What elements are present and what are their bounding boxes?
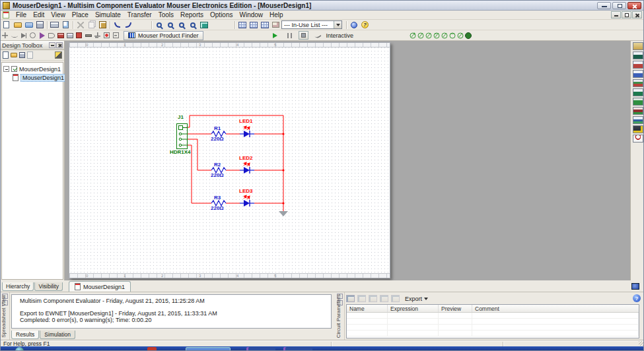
power-component-icon[interactable] (93, 32, 102, 40)
instrument-icon-iv-analyzer[interactable] (633, 125, 643, 133)
tab-visibility[interactable]: Visibility (34, 282, 63, 291)
menu-help[interactable]: Help (266, 11, 287, 19)
menu-options[interactable]: Options (207, 11, 236, 19)
new-schematic-icon[interactable] (3, 51, 9, 59)
run-simulation-button[interactable] (269, 31, 281, 40)
menu-edit[interactable]: Edit (30, 11, 48, 19)
table-row[interactable] (347, 325, 639, 331)
results-log[interactable]: Multisim Component Evaluator - Friday, A… (11, 294, 332, 329)
led2-symbol[interactable] (240, 162, 254, 174)
move-down-icon[interactable] (380, 295, 388, 302)
mdi-restore-button[interactable] (622, 11, 631, 18)
fullscreen-icon[interactable] (198, 20, 209, 30)
tree-child-item[interactable]: MouserDesign1 (3, 73, 61, 82)
tab-hierarchy[interactable]: Hierarchy (2, 282, 34, 291)
resistor-ref-label[interactable]: R2 (214, 162, 221, 168)
basic-component-icon[interactable] (10, 32, 18, 40)
instrument-icon-logic-analyzer[interactable] (633, 116, 643, 124)
menu-reports[interactable]: Reports (177, 11, 207, 19)
help-icon[interactable]: ? (633, 294, 641, 302)
connector-j1-symbol[interactable] (177, 124, 188, 149)
circuit-drawing[interactable] (69, 43, 391, 279)
remove-parameter-icon[interactable] (357, 295, 366, 302)
instrument-icon-multimeter[interactable] (633, 42, 643, 50)
parameters-table[interactable]: Name Expression Preview Comment (346, 304, 639, 338)
save-schematic-icon[interactable] (19, 52, 25, 58)
schematic-workspace[interactable]: 0 1 2 3 4 5 0 1 2 3 4 5 (65, 41, 630, 280)
undo-icon[interactable] (112, 20, 123, 30)
resize-grip[interactable] (639, 341, 644, 346)
stop-simulation-button[interactable] (299, 31, 308, 40)
tree-root-item[interactable]: MouserDesign1 (3, 65, 61, 73)
interactive-icon[interactable] (312, 31, 323, 40)
led-ref-label[interactable]: LED2 (239, 155, 252, 161)
new-icon[interactable] (1, 20, 12, 30)
zoom-area-icon[interactable] (176, 20, 187, 30)
analog-component-icon[interactable] (38, 32, 46, 40)
menu-transfer[interactable]: Transfer (124, 11, 155, 19)
zoom-in-icon[interactable] (153, 20, 164, 30)
open-schematic-icon[interactable] (11, 53, 17, 57)
resistor-ref-label[interactable]: R3 (214, 195, 221, 201)
led3-symbol[interactable] (240, 195, 254, 207)
print-icon[interactable] (49, 20, 60, 30)
menu-view[interactable]: View (48, 11, 69, 19)
add-parameter-icon[interactable] (346, 295, 355, 302)
mdi-close-button[interactable] (632, 11, 642, 18)
toggle-spreadsheet-icon[interactable] (248, 20, 259, 30)
probe-icons[interactable] (409, 31, 475, 40)
resistor-ref-label[interactable]: R1 (214, 125, 221, 131)
source-component-icon[interactable] (1, 32, 9, 40)
document-icon[interactable] (3, 11, 9, 18)
column-preview[interactable]: Preview (439, 305, 472, 312)
taskbar-item[interactable] (283, 347, 312, 351)
open-design-icon[interactable] (23, 20, 34, 30)
schematic-sheet[interactable]: 0 1 2 3 4 5 0 1 2 3 4 5 (69, 42, 390, 278)
paste-icon[interactable] (97, 20, 108, 30)
instrument-icon-current-clamp[interactable] (633, 135, 643, 143)
tree-child-label[interactable]: MouserDesign1 (20, 74, 66, 82)
mdi-minimize-button[interactable] (611, 11, 621, 18)
table-row[interactable] (347, 331, 639, 336)
cmos-component-icon[interactable] (56, 32, 65, 40)
help-icon[interactable]: ? (359, 20, 371, 30)
diode-component-icon[interactable] (19, 32, 28, 40)
transistor-component-icon[interactable] (28, 32, 37, 40)
instrument-icon-function-generator[interactable] (633, 51, 643, 59)
resistor-value-label[interactable]: 220Ω (211, 136, 224, 142)
column-comment[interactable]: Comment (472, 305, 639, 312)
minimize-button[interactable] (597, 2, 611, 9)
zoom-fit-icon[interactable] (187, 20, 198, 30)
table-row[interactable] (347, 319, 639, 325)
resistor-value-label[interactable]: 220Ω (211, 172, 224, 178)
tab-scroll-icon[interactable] (631, 283, 639, 290)
print-preview-icon[interactable] (60, 20, 71, 30)
led-ref-label[interactable]: LED1 (239, 118, 252, 124)
toggle-grid-icon[interactable] (236, 20, 248, 30)
menu-place[interactable]: Place (69, 11, 92, 19)
mixed-component-icon[interactable] (75, 32, 83, 40)
move-up-icon[interactable] (369, 295, 377, 302)
indicator-component-icon[interactable] (84, 32, 92, 40)
menu-window[interactable]: Window (236, 11, 267, 19)
panel-close-icon[interactable] (56, 42, 63, 48)
save-icon[interactable] (34, 20, 46, 30)
close-button[interactable] (627, 2, 641, 9)
cut-icon[interactable] (75, 20, 86, 30)
tree-collapse-icon[interactable] (3, 66, 9, 72)
taskbar-item-active[interactable] (186, 347, 231, 351)
toggle-toolbox-icon[interactable] (259, 20, 270, 30)
tree-checkbox[interactable] (11, 66, 17, 72)
menu-tools[interactable]: Tools (155, 11, 177, 19)
misc-digital-component-icon[interactable] (65, 32, 74, 40)
instrument-icon-four-channel-scope[interactable] (633, 79, 643, 87)
graph-annotate-icon[interactable] (348, 20, 359, 30)
menu-file[interactable]: File (13, 11, 30, 19)
connector-component-icon[interactable] (112, 32, 120, 40)
misc-component-icon[interactable] (102, 32, 111, 40)
in-use-list-dropdown[interactable]: --- In-Use List --- (281, 20, 342, 29)
zoom-out-icon[interactable] (164, 20, 176, 30)
taskbar-item[interactable] (147, 347, 157, 351)
restore-button[interactable] (612, 2, 626, 9)
tab-simulation[interactable]: Simulation (40, 331, 75, 339)
